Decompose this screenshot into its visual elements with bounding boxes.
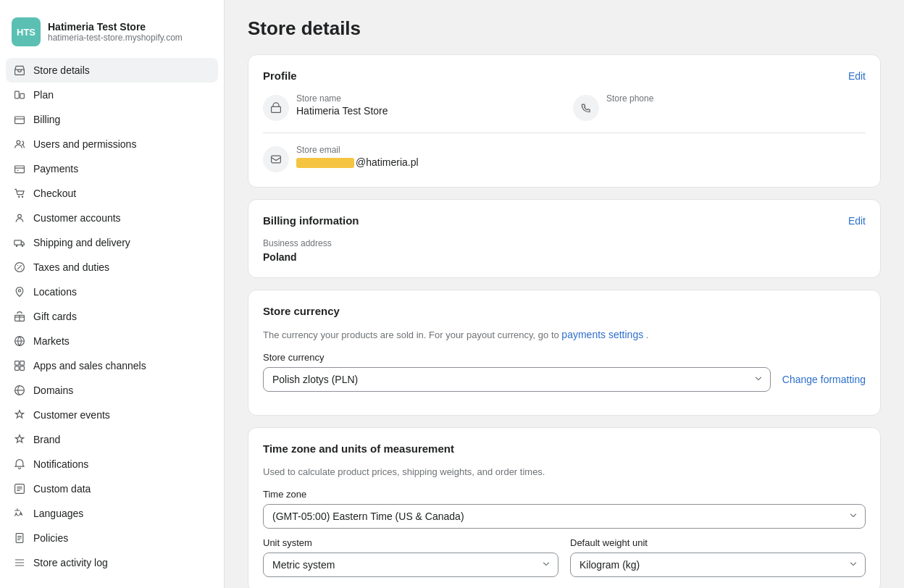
gift-cards-icon [13, 310, 26, 323]
svg-rect-18 [20, 366, 25, 371]
sidebar-item-label-notifications: Notifications [33, 458, 88, 470]
unit-system-select-wrapper: Metric systemImperial system [263, 553, 558, 577]
unit-system-select[interactable]: Metric systemImperial system [263, 553, 558, 577]
store-icon [263, 95, 289, 121]
store-header[interactable]: HTS Hatimeria Test Store hatimeria-test-… [0, 12, 224, 58]
sidebar-item-brand[interactable]: Brand [6, 427, 218, 452]
sidebar-item-label-users-permissions: Users and permissions [33, 138, 136, 150]
billing-edit-button[interactable]: Edit [848, 215, 866, 227]
sidebar-item-billing[interactable]: Billing [6, 107, 218, 132]
sidebar-item-payments[interactable]: Payments [6, 156, 218, 181]
svg-point-8 [18, 214, 22, 218]
sidebar-item-gift-cards[interactable]: Gift cards [6, 304, 218, 329]
profile-section-title: Profile [263, 70, 297, 82]
sidebar-item-policies[interactable]: Policies [6, 526, 218, 550]
email-blur [296, 158, 354, 168]
store-name-content: Store name Hatimeria Test Store [296, 93, 388, 117]
sidebar-item-customer-accounts[interactable]: Customer accounts [6, 206, 218, 230]
sidebar-item-users-permissions[interactable]: Users and permissions [6, 132, 218, 156]
locations-icon [13, 285, 26, 298]
profile-divider [263, 133, 866, 133]
sidebar-item-customer-events[interactable]: Customer events [6, 403, 218, 427]
timezone-section-title: Time zone and units of measurement [263, 442, 454, 455]
sidebar-item-taxes-duties[interactable]: Taxes and duties [6, 255, 218, 280]
sidebar-item-label-markets: Markets [33, 335, 70, 347]
payments-settings-link[interactable]: payments settings [561, 329, 643, 340]
svg-rect-16 [20, 361, 25, 366]
currency-select-wrapper: Polish zlotys (PLN)US Dollar (USD)Euro (… [263, 367, 771, 392]
sidebar-item-languages[interactable]: Languages [6, 501, 218, 526]
profile-card: Profile Edit Store name Hatimeria Test S… [248, 54, 881, 188]
sidebar-item-markets[interactable]: Markets [6, 329, 218, 353]
sidebar-item-custom-data[interactable]: Custom data [6, 476, 218, 501]
weight-select-wrapper: Kilogram (kg)Gram (g)Pound (lb)Ounce (oz… [570, 553, 866, 577]
currency-desc-suffix: . [646, 329, 649, 340]
sidebar-item-label-domains: Domains [33, 385, 73, 396]
sidebar-item-store-details[interactable]: Store details [6, 58, 218, 83]
svg-rect-22 [272, 106, 281, 112]
sidebar-item-notifications[interactable]: Notifications [6, 452, 218, 476]
sidebar-item-label-apps-sales-channels: Apps and sales channels [33, 360, 146, 371]
users-icon [13, 138, 26, 151]
sidebar-item-label-billing: Billing [33, 114, 60, 125]
timezone-select[interactable]: (GMT-05:00) Eastern Time (US & Canada)(G… [263, 504, 866, 529]
store-icon [13, 64, 26, 77]
store-currency-card: Store currency The currency your product… [248, 290, 881, 416]
store-email-content: Store email @hatimeria.pl [296, 145, 419, 168]
business-address-value: Poland [263, 251, 866, 263]
currency-select-row: Polish zlotys (PLN)US Dollar (USD)Euro (… [263, 367, 866, 392]
plan-icon [13, 88, 26, 101]
currency-card-header: Store currency [263, 305, 866, 317]
svg-point-4 [17, 140, 20, 144]
change-formatting-link[interactable]: Change formatting [782, 374, 866, 385]
brand-icon [13, 433, 26, 446]
store-phone-field: Store phone [573, 93, 866, 121]
billing-card-header: Billing information Edit [263, 214, 866, 227]
store-email-label: Store email [296, 145, 419, 155]
billing-card: Billing information Edit Business addres… [248, 199, 881, 278]
profile-row-email: Store email @hatimeria.pl [263, 145, 866, 172]
languages-icon [13, 507, 26, 520]
sidebar-item-label-store-details: Store details [33, 64, 90, 76]
sidebar-item-checkout[interactable]: Checkout [6, 181, 218, 206]
email-icon [263, 146, 289, 172]
timezone-description: Used to calculate product prices, shippi… [263, 466, 866, 477]
svg-point-6 [18, 196, 20, 198]
sidebar-item-label-custom-data: Custom data [33, 483, 91, 495]
sidebar-item-store-activity-log[interactable]: Store activity log [6, 550, 218, 575]
customer-events-icon [13, 408, 26, 421]
store-email-value: @hatimeria.pl [296, 156, 419, 168]
svg-rect-1 [15, 91, 20, 98]
sidebar-item-label-policies: Policies [33, 532, 68, 544]
customer-accounts-icon [13, 211, 26, 224]
phone-icon [573, 95, 599, 121]
sidebar-item-domains[interactable]: Domains [6, 378, 218, 403]
units-row: Unit system Metric systemImperial system… [263, 537, 866, 577]
shipping-icon [13, 236, 26, 249]
svg-rect-3 [15, 117, 25, 124]
sidebar-item-locations[interactable]: Locations [6, 280, 218, 304]
sidebar-item-label-taxes-duties: Taxes and duties [33, 261, 109, 273]
apps-icon [13, 359, 26, 372]
checkout-icon [13, 187, 26, 200]
weight-select[interactable]: Kilogram (kg)Gram (g)Pound (lb)Ounce (oz… [570, 553, 866, 577]
store-name-value: Hatimeria Test Store [296, 105, 388, 117]
store-name: Hatimeria Test Store [48, 21, 183, 33]
sidebar-item-plan[interactable]: Plan [6, 83, 218, 107]
currency-field-label: Store currency [263, 352, 866, 363]
currency-desc-text: The currency your products are sold in. … [263, 329, 559, 340]
store-avatar: HTS [12, 17, 41, 46]
policies-icon [13, 532, 26, 545]
business-address-label: Business address [263, 238, 866, 248]
svg-rect-23 [272, 156, 281, 163]
profile-edit-button[interactable]: Edit [848, 70, 866, 82]
activity-log-icon [13, 556, 26, 569]
unit-system-label: Unit system [263, 537, 558, 548]
currency-select[interactable]: Polish zlotys (PLN)US Dollar (USD)Euro (… [263, 367, 771, 392]
svg-rect-9 [14, 240, 22, 245]
svg-point-7 [22, 196, 23, 198]
sidebar-item-apps-sales-channels[interactable]: Apps and sales channels [6, 353, 218, 378]
sidebar-item-shipping-delivery[interactable]: Shipping and delivery [6, 230, 218, 255]
main-content: Store details Profile Edit Store name Ha… [225, 0, 904, 588]
svg-rect-2 [20, 93, 25, 98]
